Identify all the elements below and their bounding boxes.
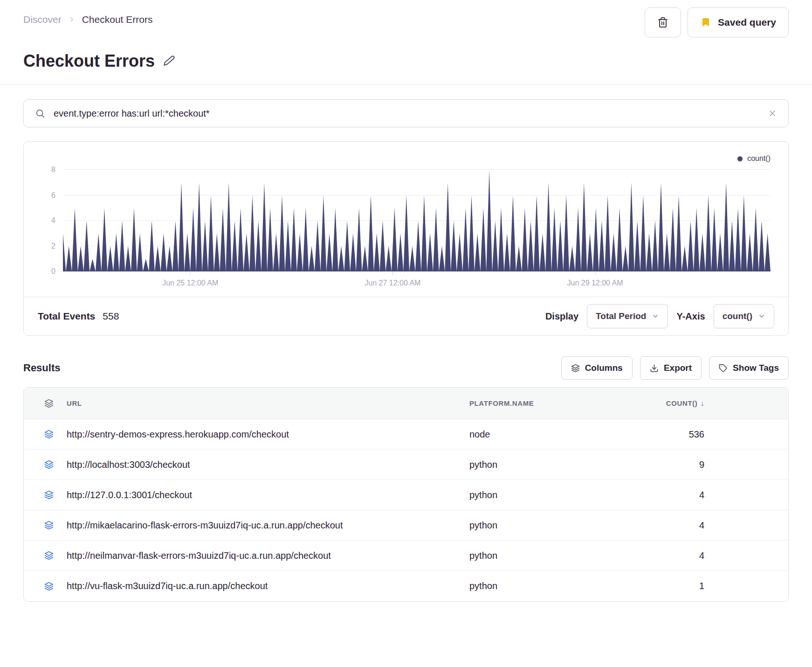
- search-bar: [23, 99, 789, 127]
- result-count: 9: [648, 459, 704, 470]
- result-url[interactable]: http://localhost:3003/checkout: [67, 459, 469, 470]
- download-icon: [650, 364, 659, 373]
- layers-icon[interactable]: [44, 551, 67, 560]
- results-header-row: Results Columns Export Show Tags: [23, 356, 789, 380]
- pencil-icon: [163, 55, 175, 67]
- x-tick-label: Jun 25 12:00 AM: [162, 279, 218, 287]
- result-platform: python: [469, 581, 648, 591]
- result-platform: python: [469, 459, 648, 470]
- tag-icon: [719, 364, 728, 373]
- chart-area-path: [63, 170, 771, 271]
- columns-button-label: Columns: [585, 363, 623, 373]
- y-tick-label: 2: [51, 242, 55, 250]
- table-row[interactable]: http://vu-flask-m3uuizd7iq-uc.a.run.app/…: [24, 571, 788, 601]
- sort-desc-icon: ↓: [700, 399, 704, 408]
- show-tags-button-label: Show Tags: [733, 363, 779, 373]
- chevron-right-icon: [68, 16, 76, 23]
- chart-footer: Total Events 558 Display Total Period Y-…: [24, 297, 788, 335]
- chart-x-axis: Jun 25 12:00 AMJun 27 12:00 AMJun 29 12:…: [63, 271, 771, 297]
- breadcrumb: Discover Checkout Errors: [23, 7, 152, 25]
- bookmark-icon: [700, 17, 711, 28]
- table-header: URL PLATFORM.NAME COUNT() ↓: [24, 388, 788, 419]
- y-tick-label: 4: [51, 216, 55, 225]
- x-tick-mark: [392, 272, 393, 275]
- column-header-platform[interactable]: PLATFORM.NAME: [469, 399, 648, 407]
- breadcrumb-current: Checkout Errors: [82, 14, 153, 25]
- table-row[interactable]: http://mikaelacarino-flask-errors-m3uuiz…: [24, 510, 788, 541]
- y-tick-label: 0: [51, 267, 55, 276]
- search-input[interactable]: [54, 108, 759, 119]
- chart-card: count() 02468 Jun 25 12:00 AMJun 27 12:0…: [23, 141, 789, 336]
- layers-icon[interactable]: [44, 430, 67, 439]
- column-header-url[interactable]: URL: [67, 399, 469, 407]
- top-bar: Discover Checkout Errors Saved query: [23, 0, 789, 37]
- legend-dot: [737, 156, 743, 161]
- count-header-label: COUNT(): [666, 399, 698, 407]
- y-tick-label: 6: [51, 191, 55, 200]
- yaxis-label: Y-Axis: [676, 311, 705, 322]
- chevron-down-icon: [758, 313, 765, 320]
- table-row[interactable]: http://127.0.0.1:3001/checkoutpython4: [24, 480, 788, 510]
- export-button-label: Export: [664, 363, 692, 373]
- columns-button[interactable]: Columns: [561, 356, 633, 380]
- result-url[interactable]: http://vu-flask-m3uuizd7iq-uc.a.run.app/…: [67, 581, 469, 591]
- chart-plot[interactable]: [63, 170, 771, 271]
- total-events-value: 558: [103, 311, 119, 322]
- yaxis-dropdown[interactable]: count(): [714, 304, 774, 328]
- result-platform: python: [469, 490, 648, 500]
- display-value: Total Period: [596, 311, 646, 321]
- table-row[interactable]: http://sentry-demos-express.herokuapp.co…: [24, 419, 788, 450]
- result-count: 4: [648, 550, 704, 561]
- result-count: 536: [648, 429, 704, 440]
- layers-icon[interactable]: [44, 490, 67, 500]
- result-url[interactable]: http://127.0.0.1:3001/checkout: [67, 490, 469, 500]
- layers-icon: [571, 364, 580, 373]
- header-layers-icon[interactable]: [44, 399, 67, 408]
- x-tick-mark: [595, 272, 596, 275]
- results-heading: Results: [23, 362, 60, 374]
- chart-legend: count(): [38, 153, 771, 164]
- saved-query-button[interactable]: Saved query: [688, 7, 789, 37]
- result-count: 4: [648, 490, 704, 500]
- chart-area-svg: [63, 170, 771, 271]
- x-tick-label: Jun 29 12:00 AM: [567, 279, 623, 287]
- y-tick-label: 8: [51, 166, 55, 174]
- table-row[interactable]: http://neilmanvar-flask-errors-m3uuizd7i…: [24, 541, 788, 571]
- result-url[interactable]: http://neilmanvar-flask-errors-m3uuizd7i…: [67, 550, 469, 561]
- result-platform: node: [469, 429, 648, 440]
- chart-y-axis: 02468: [38, 170, 63, 271]
- export-button[interactable]: Export: [640, 356, 702, 380]
- saved-query-label: Saved query: [718, 17, 776, 28]
- results-table-body: http://sentry-demos-express.herokuapp.co…: [24, 419, 788, 601]
- delete-query-button[interactable]: [645, 7, 681, 37]
- search-icon: [35, 108, 45, 118]
- results-table: URL PLATFORM.NAME COUNT() ↓ http://sentr…: [23, 387, 789, 602]
- x-tick-label: Jun 27 12:00 AM: [365, 279, 420, 287]
- result-count: 4: [648, 520, 704, 531]
- result-platform: python: [469, 550, 648, 561]
- close-icon[interactable]: [768, 109, 777, 118]
- title-row: Checkout Errors: [23, 51, 789, 84]
- edit-title-button[interactable]: [163, 55, 175, 67]
- total-events-label: Total Events: [38, 311, 95, 322]
- table-row[interactable]: http://localhost:3003/checkoutpython9: [24, 450, 788, 480]
- display-label: Display: [545, 311, 578, 322]
- x-tick-mark: [190, 272, 191, 275]
- yaxis-value: count(): [723, 311, 752, 321]
- result-count: 1: [648, 581, 704, 591]
- result-url[interactable]: http://sentry-demos-express.herokuapp.co…: [67, 429, 469, 440]
- result-platform: python: [469, 520, 648, 531]
- chevron-down-icon: [652, 313, 659, 320]
- legend-label: count(): [747, 154, 771, 163]
- display-dropdown[interactable]: Total Period: [587, 304, 668, 328]
- breadcrumb-discover[interactable]: Discover: [23, 14, 62, 25]
- result-url[interactable]: http://mikaelacarino-flask-errors-m3uuiz…: [67, 520, 469, 531]
- show-tags-button[interactable]: Show Tags: [709, 356, 789, 380]
- layers-icon[interactable]: [44, 521, 67, 530]
- header-divider: [0, 84, 812, 84]
- layers-icon[interactable]: [44, 582, 67, 591]
- trash-icon: [657, 17, 668, 28]
- layers-icon[interactable]: [44, 460, 67, 469]
- column-header-count[interactable]: COUNT() ↓: [648, 399, 704, 408]
- page-title: Checkout Errors: [23, 51, 155, 71]
